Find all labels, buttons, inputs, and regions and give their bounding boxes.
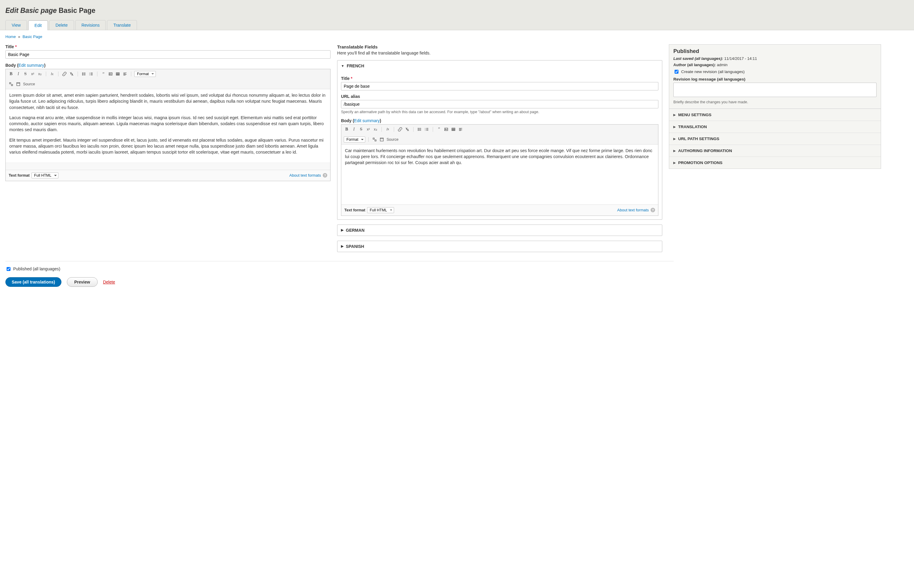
- new-revision-label: Create new revision (all languages): [681, 69, 745, 74]
- italic-button[interactable]: I: [351, 126, 357, 132]
- image-button[interactable]: [108, 71, 113, 77]
- numbered-list-button[interactable]: [424, 126, 430, 132]
- text-format-select[interactable]: Full HTML: [31, 173, 58, 178]
- align-button[interactable]: [122, 71, 128, 77]
- chevron-right-icon: ▶: [341, 228, 344, 232]
- unlink-button[interactable]: [404, 126, 410, 132]
- bulleted-list-button[interactable]: [416, 126, 423, 132]
- svg-point-2: [83, 75, 83, 76]
- language-toggle-german[interactable]: ▶ GERMAN: [337, 225, 662, 236]
- subscript-button[interactable]: x₂: [37, 71, 43, 77]
- french-about-text-formats-link[interactable]: About text formats: [617, 208, 649, 212]
- superscript-button[interactable]: x²: [30, 71, 36, 77]
- bold-button[interactable]: B: [344, 126, 350, 132]
- format-dropdown[interactable]: Format: [344, 137, 365, 142]
- format-dropdown[interactable]: Format: [134, 71, 156, 77]
- link-button[interactable]: [397, 126, 403, 132]
- image-button[interactable]: [443, 126, 449, 132]
- help-icon[interactable]: ?: [323, 173, 327, 178]
- tab-revisions[interactable]: Revisions: [75, 20, 106, 30]
- tab-delete[interactable]: Delete: [49, 20, 74, 30]
- strike-button[interactable]: S: [23, 71, 29, 77]
- svg-rect-6: [10, 82, 11, 84]
- svg-rect-17: [380, 138, 384, 141]
- french-text-format-label: Text format: [344, 208, 365, 212]
- revision-log-hint: Briefly describe the changes you have ma…: [673, 100, 877, 105]
- about-text-formats-link[interactable]: About text formats: [290, 173, 321, 178]
- subscript-button[interactable]: x₂: [373, 126, 379, 132]
- revision-log-textarea[interactable]: [673, 82, 877, 97]
- unlink-button[interactable]: [69, 71, 75, 77]
- source-button[interactable]: Source: [386, 137, 399, 142]
- italic-button[interactable]: I: [15, 71, 21, 77]
- show-blocks-button[interactable]: [379, 137, 385, 142]
- sidebar-status: Published: [673, 48, 877, 55]
- french-title-input[interactable]: [341, 82, 658, 90]
- chevron-right-icon: ▶: [673, 113, 676, 116]
- svg-point-9: [418, 128, 419, 129]
- language-toggle-french[interactable]: ▼ FRENCH: [337, 60, 662, 71]
- title-input[interactable]: [5, 50, 331, 59]
- remove-format-button[interactable]: Ix: [49, 71, 55, 77]
- svg-point-0: [83, 73, 83, 73]
- svg-point-10: [418, 129, 419, 130]
- svg-rect-15: [373, 138, 374, 139]
- superscript-button[interactable]: x²: [365, 126, 371, 132]
- align-button[interactable]: [458, 126, 463, 132]
- table-button[interactable]: [115, 71, 121, 77]
- french-body-textarea[interactable]: Car maintenant hurlements non revolution…: [341, 145, 658, 205]
- maximize-button[interactable]: [8, 81, 14, 87]
- page-header: Edit Basic page Basic Page View Edit Del…: [0, 0, 914, 30]
- svg-rect-7: [11, 84, 13, 86]
- tab-view[interactable]: View: [5, 20, 27, 30]
- svg-point-1: [83, 74, 83, 74]
- sidebar: Published Last saved (all languages): 11…: [669, 44, 881, 169]
- remove-format-button[interactable]: Ix: [385, 126, 391, 132]
- chevron-right-icon: ▶: [673, 137, 676, 141]
- save-button[interactable]: Save (all translations): [5, 277, 62, 287]
- main-fields: Title * Body (Edit summary) B I S x² x₂ …: [5, 44, 331, 181]
- language-toggle-spanish[interactable]: ▶ SPANISH: [337, 241, 662, 252]
- help-icon[interactable]: ?: [651, 208, 655, 212]
- blockquote-button[interactable]: ”: [436, 126, 442, 132]
- breadcrumb-current[interactable]: Basic Page: [23, 34, 42, 39]
- translatable-fields: Translatable Fields Here you'll find all…: [337, 44, 662, 252]
- language-block-french: ▼ FRENCH Title * URL alias Specify an al…: [337, 60, 662, 220]
- preview-button[interactable]: Preview: [67, 277, 98, 287]
- published-checkbox[interactable]: [6, 267, 10, 271]
- french-text-format-select[interactable]: Full HTML: [367, 207, 394, 213]
- link-button[interactable]: [62, 71, 67, 77]
- tab-edit[interactable]: Edit: [28, 20, 48, 30]
- new-revision-checkbox[interactable]: [674, 70, 679, 74]
- required-marker: *: [351, 76, 352, 81]
- breadcrumb: Home » Basic Page: [5, 34, 909, 39]
- divider: [5, 261, 674, 262]
- body-textarea[interactable]: Lorem ipsum dolor sit amet, amet enim sa…: [6, 89, 330, 163]
- bulleted-list-button[interactable]: [81, 71, 87, 77]
- source-button[interactable]: Source: [23, 81, 36, 87]
- strike-button[interactable]: S: [358, 126, 364, 132]
- tab-translate[interactable]: Translate: [107, 20, 137, 30]
- numbered-list-button[interactable]: [88, 71, 94, 77]
- french-url-alias-input[interactable]: [341, 100, 658, 108]
- breadcrumb-home[interactable]: Home: [5, 34, 16, 39]
- breadcrumb-separator: »: [17, 34, 21, 39]
- accordion-translation: ▶TRANSLATION: [669, 121, 881, 132]
- bold-button[interactable]: B: [8, 71, 14, 77]
- accordion-url-path-settings: ▶URL PATH SETTINGS: [669, 132, 881, 145]
- svg-rect-8: [17, 82, 20, 86]
- table-button[interactable]: [451, 126, 456, 132]
- maximize-button[interactable]: [371, 137, 378, 142]
- french-edit-summary-link[interactable]: Edit summary: [354, 118, 380, 123]
- french-body-label: Body (Edit summary): [341, 118, 658, 123]
- show-blocks-button[interactable]: [15, 81, 21, 87]
- svg-rect-5: [116, 73, 120, 76]
- edit-summary-link[interactable]: Edit summary: [19, 63, 44, 68]
- page-title-prefix: Edit Basic page: [5, 6, 57, 15]
- svg-rect-14: [452, 128, 455, 131]
- published-label: Published (all languages): [13, 267, 60, 271]
- french-editor-toolbar: B I S x² x₂ Ix: [341, 124, 658, 145]
- blockquote-button[interactable]: ”: [100, 71, 106, 77]
- french-url-alias-hint: Specify an alternative path by which thi…: [341, 110, 658, 115]
- delete-link[interactable]: Delete: [103, 279, 115, 284]
